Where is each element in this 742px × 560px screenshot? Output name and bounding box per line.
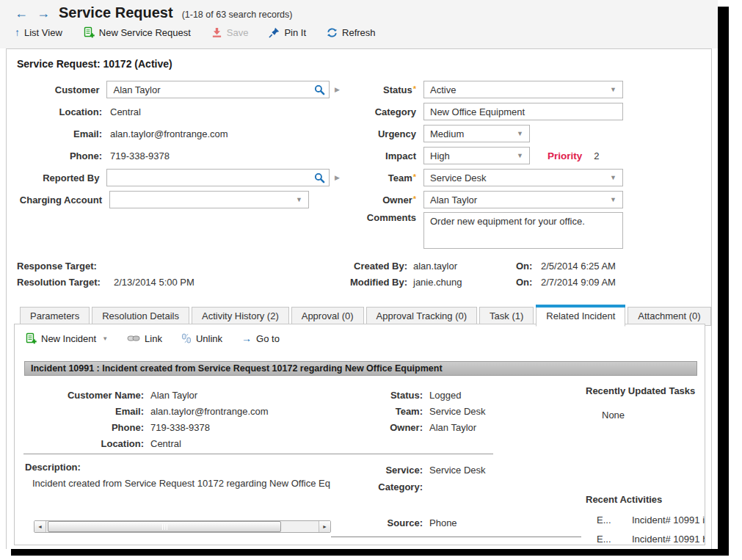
status-dropdown[interactable]: Active ▼ <box>423 81 623 98</box>
chevron-down-icon: ▼ <box>610 174 616 181</box>
modified-by-label: Modified By: <box>340 277 407 288</box>
reported-by-label: Reported By <box>8 172 99 183</box>
owner-dropdown[interactable]: Alan Taylor ▼ <box>423 191 623 208</box>
customer-input[interactable] <box>108 84 314 95</box>
new-service-request-button[interactable]: New Service Request <box>83 26 191 38</box>
incident-location-label: Location: <box>15 438 144 449</box>
status-label: Status* <box>359 84 416 95</box>
phone-label: Phone: <box>8 150 102 161</box>
service-request-panel: Service Request: 10172 (Active) Customer… <box>6 48 712 549</box>
save-label: Save <box>227 27 249 38</box>
impact-label: Impact <box>359 150 416 161</box>
created-on-label: On: <box>516 261 538 272</box>
required-marker: * <box>413 84 416 93</box>
priority-value: 2 <box>594 150 599 161</box>
incident-service-row: Service: Service Desk <box>335 462 486 478</box>
incident-title-bar[interactable]: Incident 10991 : Incident created from S… <box>24 361 697 376</box>
incident-phone-value: 719-338-9378 <box>150 422 210 433</box>
impact-value: High <box>430 150 450 161</box>
incident-email-value: alan.taylor@frontrange.com <box>150 406 269 417</box>
impact-dropdown[interactable]: High ▼ <box>423 147 530 164</box>
new-incident-button[interactable]: New Incident ▼ <box>25 332 108 344</box>
forward-arrow-icon[interactable]: → <box>37 7 50 20</box>
incident-category-label: Category: <box>335 481 423 492</box>
pin-it-label: Pin It <box>284 27 306 38</box>
form-column-right: Status* Active ▼ Category Urgency Medium… <box>359 79 623 253</box>
tab-related-incident[interactable]: Related Incident <box>536 307 625 327</box>
unlink-broken-chain-icon <box>181 333 192 343</box>
scroll-left-button[interactable]: ◄ <box>34 521 46 532</box>
incident-description-label: Description: <box>25 462 81 473</box>
new-incident-label: New Incident <box>41 333 96 344</box>
incident-category-row: Category: <box>335 479 429 495</box>
link-button[interactable]: Link <box>127 333 162 344</box>
divider <box>23 454 493 454</box>
scroll-right-button[interactable]: ► <box>319 521 330 532</box>
link-label: Link <box>145 333 162 344</box>
status-value: Active <box>430 84 456 95</box>
incident-team-label: Team: <box>335 406 423 417</box>
email-label: Email: <box>8 128 102 139</box>
scrollbar-thumb[interactable] <box>48 521 281 532</box>
list-view-button[interactable]: ↑ List View <box>15 26 62 38</box>
new-document-icon <box>25 332 37 344</box>
incident-owner-label: Owner: <box>335 422 423 433</box>
category-label: Category <box>359 106 416 117</box>
incident-customer-name-value: Alan Taylor <box>150 390 197 401</box>
back-arrow-icon[interactable]: ← <box>15 7 28 20</box>
incident-description-value: Incident created from Service Request 10… <box>32 478 337 489</box>
modified-on-value: 2/7/2014 9:09 AM <box>541 277 616 288</box>
incident-status-value: Logged <box>429 390 461 401</box>
category-input[interactable] <box>423 103 623 120</box>
reported-by-input[interactable] <box>108 172 314 183</box>
incident-phone-label: Phone: <box>15 422 144 433</box>
activity-row[interactable]: E... Incident# 10991 has ... <box>597 534 705 545</box>
search-icon[interactable] <box>314 172 325 183</box>
save-button[interactable]: Save <box>211 27 249 38</box>
go-to-button[interactable]: → Go to <box>241 332 280 344</box>
refresh-button[interactable]: Refresh <box>327 27 376 38</box>
refresh-icon <box>327 27 338 38</box>
customer-lookup-field[interactable] <box>106 81 330 98</box>
incident-source-label: Source: <box>335 517 423 528</box>
location-value: Central <box>110 106 141 117</box>
team-dropdown[interactable]: Service Desk ▼ <box>423 169 623 186</box>
main-toolbar: ↑ List View New Service Request Save Pi <box>0 21 718 38</box>
unlink-button[interactable]: Unlink <box>181 333 222 344</box>
list-view-arrow-icon: ↑ <box>15 26 20 38</box>
team-value: Service Desk <box>430 172 487 183</box>
chevron-down-icon: ▼ <box>517 130 523 137</box>
created-by-value: alan.taylor <box>413 261 457 272</box>
urgency-dropdown[interactable]: Medium ▼ <box>423 125 530 142</box>
refresh-label: Refresh <box>342 27 376 38</box>
incident-details-mid: Status:Logged Team:Service Desk Owner:Al… <box>335 387 486 435</box>
comments-label: Comments <box>359 212 416 223</box>
charging-account-dropdown[interactable]: ▼ <box>109 191 309 208</box>
meta-area: Response Target: Resolution Target: 2/13… <box>17 258 616 290</box>
incident-source-value: Phone <box>429 517 457 528</box>
activity-row[interactable]: E... Incident# 10991 is a... <box>597 514 705 526</box>
activity-type: E... <box>597 534 619 545</box>
incident-location-value: Central <box>150 438 181 449</box>
scrollbar-track[interactable] <box>46 521 319 532</box>
incident-owner-value: Alan Taylor <box>429 422 476 433</box>
activity-text: Incident# 10991 is a... <box>632 514 705 526</box>
comments-textarea[interactable]: Order new equipment for your office. <box>423 212 623 249</box>
resolution-target-value: 2/13/2014 5:00 PM <box>114 277 194 288</box>
divider <box>331 537 581 537</box>
customer-expand-icon[interactable]: ▶ <box>335 86 340 93</box>
form-column-left: Customer ▶ Location: Central Email: al <box>8 79 340 253</box>
reported-by-expand-icon[interactable]: ▶ <box>335 174 340 181</box>
owner-value: Alan Taylor <box>430 194 477 206</box>
horizontal-scrollbar[interactable]: ◄ ► <box>34 520 331 533</box>
reported-by-lookup-field[interactable] <box>106 169 330 186</box>
activity-type: E... <box>597 514 619 526</box>
search-icon[interactable] <box>314 84 325 95</box>
recently-updated-tasks-empty: None <box>602 410 625 421</box>
recently-updated-tasks-title: Recently Updated Tasks <box>586 385 695 396</box>
pin-it-button[interactable]: Pin It <box>269 27 306 38</box>
created-by-label: Created By: <box>340 261 407 272</box>
team-label: Team* <box>359 172 416 183</box>
incident-email-label: Email: <box>15 406 144 417</box>
incident-toolbar: New Incident ▼ Link Unlink → <box>25 332 280 344</box>
